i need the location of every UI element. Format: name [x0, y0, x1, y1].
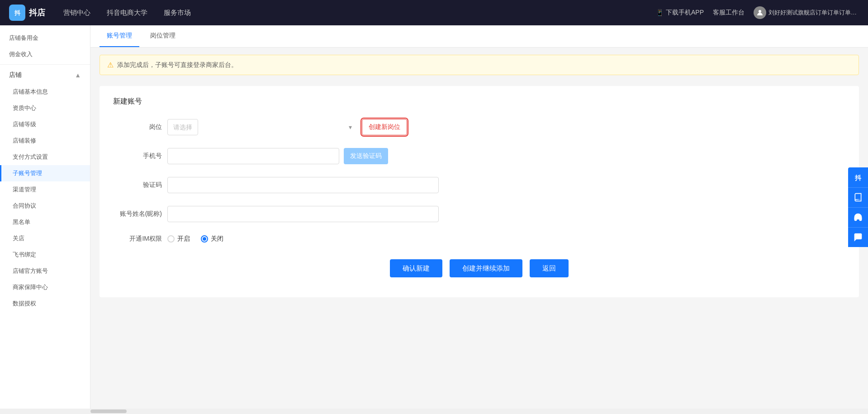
verify-control: [167, 177, 439, 193]
scrollbar-thumb: [90, 409, 127, 413]
form-section: 新建账号 岗位 请选择 ▾ 创建新岗位 手机号: [100, 86, 859, 297]
main-content: 账号管理 岗位管理 ⚠ 添加完成后，子账号可直接登录商家后台。 新建账号 岗位 …: [90, 25, 868, 414]
logo[interactable]: 抖 抖店: [9, 5, 45, 21]
sidebar: 店铺备用金 佣金收入 店铺 ▲ 店铺基本信息 资质中心 店铺等级 店铺装修 支付…: [0, 25, 90, 414]
action-buttons-row: 确认新建 创建并继续添加 返回: [113, 259, 845, 286]
radio-circle-on: [167, 235, 175, 243]
nav-items: 营销中心 抖音电商大学 服务市场: [63, 9, 656, 17]
sidebar-item-payment[interactable]: 支付方式设置: [0, 149, 90, 165]
continue-add-button[interactable]: 创建并继续添加: [450, 259, 522, 277]
verify-label: 验证码: [113, 181, 167, 189]
svg-text:抖: 抖: [854, 174, 862, 181]
sidebar-item-decoration[interactable]: 店铺装修: [0, 133, 90, 149]
send-code-button[interactable]: 发送验证码: [344, 148, 388, 164]
svg-text:抖: 抖: [14, 10, 21, 16]
sidebar-item-channel[interactable]: 渠道管理: [0, 181, 90, 198]
logo-text: 抖店: [29, 7, 45, 18]
radio-label-on: 开启: [177, 235, 190, 243]
svg-point-2: [759, 10, 761, 13]
phone-control: 发送验证码: [167, 148, 439, 164]
book-icon: [854, 193, 863, 202]
main-layout: 店铺备用金 佣金收入 店铺 ▲ 店铺基本信息 资质中心 店铺等级 店铺装修 支付…: [0, 25, 868, 414]
download-app[interactable]: 📱 下载手机APP: [656, 9, 704, 17]
position-label: 岗位: [113, 123, 167, 131]
nickname-label: 账号姓名(昵称): [113, 210, 167, 218]
nav-university[interactable]: 抖音电商大学: [107, 9, 147, 17]
position-select[interactable]: 请选择: [167, 119, 198, 135]
back-button[interactable]: 返回: [530, 259, 569, 277]
radio-im-on[interactable]: 开启: [167, 235, 190, 243]
create-position-button[interactable]: 创建新岗位: [362, 119, 407, 135]
sidebar-item-deposit[interactable]: 店铺备用金: [0, 30, 90, 46]
horizontal-scrollbar[interactable]: [0, 409, 868, 414]
tab-position-manage[interactable]: 岗位管理: [143, 25, 183, 47]
sidebar-item-qualification[interactable]: 资质中心: [0, 100, 90, 116]
confirm-create-button[interactable]: 确认新建: [390, 259, 442, 277]
headset-icon: [854, 213, 863, 222]
verify-input[interactable]: [167, 177, 439, 193]
sidebar-item-feishu[interactable]: 飞书绑定: [0, 247, 90, 263]
nav-right: 📱 下载手机APP 客服工作台 刘好好测试旗舰店订单订单订单旗舰店: [656, 6, 859, 19]
alert-banner: ⚠ 添加完成后，子账号可直接登录商家后台。: [100, 55, 859, 75]
sidebar-item-guarantee[interactable]: 商家保障中心: [0, 279, 90, 295]
avatar: [754, 6, 766, 19]
float-headset-item[interactable]: [848, 207, 868, 227]
sidebar-section-label: 店铺: [9, 71, 22, 79]
form-row-phone: 手机号 发送验证码: [113, 148, 845, 164]
phone-icon: 📱: [656, 9, 664, 16]
float-book-item[interactable]: [848, 187, 868, 207]
sidebar-item-blacklist[interactable]: 黑名单: [0, 214, 90, 230]
sidebar-item-sub-account[interactable]: 子账号管理: [0, 165, 90, 181]
tab-account-manage[interactable]: 账号管理: [100, 25, 139, 47]
top-navigation: 抖 抖店 营销中心 抖音电商大学 服务市场 📱 下载手机APP 客服工作台 刘好…: [0, 0, 868, 25]
float-chat-item[interactable]: [848, 227, 868, 247]
phone-label: 手机号: [113, 152, 167, 160]
radio-circle-off: [201, 235, 208, 243]
form-title: 新建账号: [113, 97, 845, 106]
radio-group-im: 开启 关闭: [167, 235, 223, 243]
logo-icon: 抖: [9, 5, 25, 21]
form-row-nickname: 账号姓名(昵称): [113, 206, 845, 222]
sidebar-item-contract[interactable]: 合同协议: [0, 198, 90, 214]
sidebar-item-basic-info[interactable]: 店铺基本信息: [0, 84, 90, 100]
tab-bar: 账号管理 岗位管理: [90, 25, 868, 48]
form-row-position: 岗位 请选择 ▾ 创建新岗位: [113, 119, 845, 135]
sidebar-section-store[interactable]: 店铺 ▲: [0, 67, 90, 84]
form-row-verify: 验证码: [113, 177, 845, 193]
float-right-sidebar: 抖: [848, 167, 868, 247]
position-select-wrapper: 请选择 ▾: [167, 119, 357, 135]
sidebar-item-commission[interactable]: 佣金收入: [0, 46, 90, 62]
chevron-down-icon: ▾: [349, 124, 352, 131]
warning-icon: ⚠: [107, 61, 114, 69]
sidebar-item-close-shop[interactable]: 关店: [0, 230, 90, 247]
nav-service[interactable]: 服务市场: [164, 9, 191, 17]
form-row-im: 开通IM权限 开启 关闭: [113, 235, 845, 243]
sidebar-item-data-auth[interactable]: 数据授权: [0, 295, 90, 312]
radio-label-off: 关闭: [211, 235, 223, 243]
position-control: 请选择 ▾ 创建新岗位: [167, 119, 439, 135]
user-profile[interactable]: 刘好好测试旗舰店订单订单订单旗舰店: [754, 6, 859, 19]
chat-icon: [854, 233, 863, 242]
sidebar-item-official-account[interactable]: 店铺官方账号: [0, 263, 90, 279]
chevron-up-icon: ▲: [75, 71, 81, 79]
nickname-input[interactable]: [167, 206, 439, 222]
im-control: 开启 关闭: [167, 235, 439, 243]
customer-service[interactable]: 客服工作台: [713, 9, 745, 17]
radio-im-off[interactable]: 关闭: [201, 235, 223, 243]
im-label: 开通IM权限: [113, 235, 167, 243]
nav-marketing[interactable]: 营销中心: [63, 9, 90, 17]
nickname-control: [167, 206, 439, 222]
phone-input[interactable]: [167, 148, 339, 164]
float-logo: 抖: [848, 167, 868, 187]
sidebar-item-level[interactable]: 店铺等级: [0, 116, 90, 133]
